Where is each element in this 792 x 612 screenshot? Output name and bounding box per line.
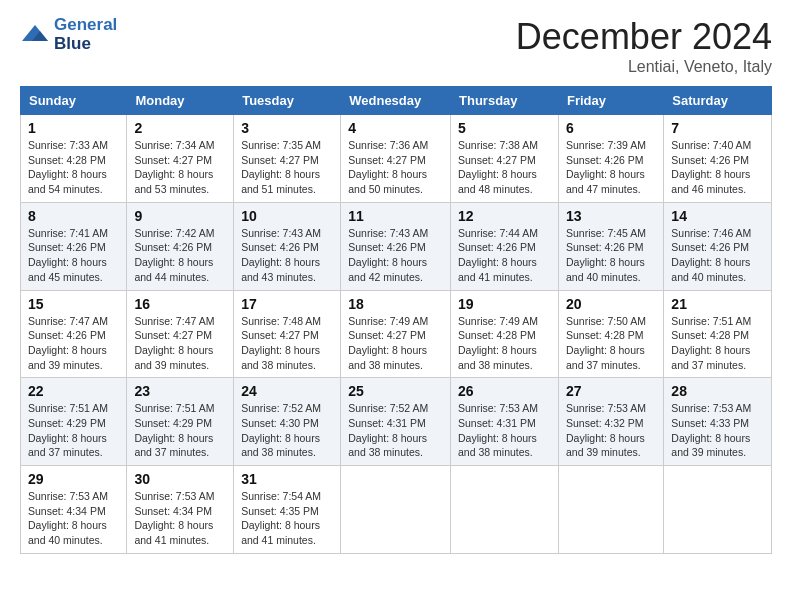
day-info: Sunrise: 7:47 AMSunset: 4:26 PMDaylight:…	[28, 314, 119, 373]
column-header-thursday: Thursday	[451, 87, 559, 115]
day-info: Sunrise: 7:53 AMSunset: 4:32 PMDaylight:…	[566, 401, 656, 460]
title-area: December 2024 Lentiai, Veneto, Italy	[516, 16, 772, 76]
day-number: 31	[241, 471, 333, 487]
calendar-cell: 14Sunrise: 7:46 AMSunset: 4:26 PMDayligh…	[664, 202, 772, 290]
day-info: Sunrise: 7:42 AMSunset: 4:26 PMDaylight:…	[134, 226, 226, 285]
calendar-cell: 31Sunrise: 7:54 AMSunset: 4:35 PMDayligh…	[234, 466, 341, 554]
calendar-cell: 23Sunrise: 7:51 AMSunset: 4:29 PMDayligh…	[127, 378, 234, 466]
day-number: 26	[458, 383, 551, 399]
day-number: 23	[134, 383, 226, 399]
calendar-cell	[451, 466, 559, 554]
day-number: 22	[28, 383, 119, 399]
day-info: Sunrise: 7:38 AMSunset: 4:27 PMDaylight:…	[458, 138, 551, 197]
day-info: Sunrise: 7:46 AMSunset: 4:26 PMDaylight:…	[671, 226, 764, 285]
day-number: 13	[566, 208, 656, 224]
day-number: 8	[28, 208, 119, 224]
calendar-cell: 20Sunrise: 7:50 AMSunset: 4:28 PMDayligh…	[558, 290, 663, 378]
calendar-cell: 16Sunrise: 7:47 AMSunset: 4:27 PMDayligh…	[127, 290, 234, 378]
day-info: Sunrise: 7:52 AMSunset: 4:30 PMDaylight:…	[241, 401, 333, 460]
calendar-cell: 9Sunrise: 7:42 AMSunset: 4:26 PMDaylight…	[127, 202, 234, 290]
day-number: 12	[458, 208, 551, 224]
month-title: December 2024	[516, 16, 772, 58]
day-info: Sunrise: 7:34 AMSunset: 4:27 PMDaylight:…	[134, 138, 226, 197]
day-info: Sunrise: 7:35 AMSunset: 4:27 PMDaylight:…	[241, 138, 333, 197]
day-info: Sunrise: 7:45 AMSunset: 4:26 PMDaylight:…	[566, 226, 656, 285]
calendar-week-row: 8Sunrise: 7:41 AMSunset: 4:26 PMDaylight…	[21, 202, 772, 290]
day-number: 15	[28, 296, 119, 312]
calendar-cell: 30Sunrise: 7:53 AMSunset: 4:34 PMDayligh…	[127, 466, 234, 554]
column-header-monday: Monday	[127, 87, 234, 115]
day-info: Sunrise: 7:53 AMSunset: 4:31 PMDaylight:…	[458, 401, 551, 460]
day-info: Sunrise: 7:33 AMSunset: 4:28 PMDaylight:…	[28, 138, 119, 197]
calendar-cell: 7Sunrise: 7:40 AMSunset: 4:26 PMDaylight…	[664, 115, 772, 203]
day-number: 24	[241, 383, 333, 399]
logo: General Blue	[20, 16, 117, 53]
day-info: Sunrise: 7:51 AMSunset: 4:29 PMDaylight:…	[134, 401, 226, 460]
calendar-cell: 4Sunrise: 7:36 AMSunset: 4:27 PMDaylight…	[341, 115, 451, 203]
day-number: 25	[348, 383, 443, 399]
calendar-cell: 22Sunrise: 7:51 AMSunset: 4:29 PMDayligh…	[21, 378, 127, 466]
day-number: 19	[458, 296, 551, 312]
day-info: Sunrise: 7:48 AMSunset: 4:27 PMDaylight:…	[241, 314, 333, 373]
day-number: 17	[241, 296, 333, 312]
day-info: Sunrise: 7:43 AMSunset: 4:26 PMDaylight:…	[241, 226, 333, 285]
calendar-week-row: 1Sunrise: 7:33 AMSunset: 4:28 PMDaylight…	[21, 115, 772, 203]
day-info: Sunrise: 7:39 AMSunset: 4:26 PMDaylight:…	[566, 138, 656, 197]
calendar-cell: 26Sunrise: 7:53 AMSunset: 4:31 PMDayligh…	[451, 378, 559, 466]
calendar-cell: 15Sunrise: 7:47 AMSunset: 4:26 PMDayligh…	[21, 290, 127, 378]
calendar-cell: 17Sunrise: 7:48 AMSunset: 4:27 PMDayligh…	[234, 290, 341, 378]
calendar-cell: 10Sunrise: 7:43 AMSunset: 4:26 PMDayligh…	[234, 202, 341, 290]
day-number: 27	[566, 383, 656, 399]
day-number: 2	[134, 120, 226, 136]
day-info: Sunrise: 7:36 AMSunset: 4:27 PMDaylight:…	[348, 138, 443, 197]
calendar-cell: 11Sunrise: 7:43 AMSunset: 4:26 PMDayligh…	[341, 202, 451, 290]
day-number: 14	[671, 208, 764, 224]
day-info: Sunrise: 7:43 AMSunset: 4:26 PMDaylight:…	[348, 226, 443, 285]
calendar-cell: 2Sunrise: 7:34 AMSunset: 4:27 PMDaylight…	[127, 115, 234, 203]
day-info: Sunrise: 7:49 AMSunset: 4:27 PMDaylight:…	[348, 314, 443, 373]
day-info: Sunrise: 7:49 AMSunset: 4:28 PMDaylight:…	[458, 314, 551, 373]
calendar-cell: 5Sunrise: 7:38 AMSunset: 4:27 PMDaylight…	[451, 115, 559, 203]
column-header-wednesday: Wednesday	[341, 87, 451, 115]
calendar-cell: 13Sunrise: 7:45 AMSunset: 4:26 PMDayligh…	[558, 202, 663, 290]
column-header-friday: Friday	[558, 87, 663, 115]
day-number: 20	[566, 296, 656, 312]
calendar-week-row: 15Sunrise: 7:47 AMSunset: 4:26 PMDayligh…	[21, 290, 772, 378]
location: Lentiai, Veneto, Italy	[516, 58, 772, 76]
calendar-cell	[558, 466, 663, 554]
calendar-cell: 28Sunrise: 7:53 AMSunset: 4:33 PMDayligh…	[664, 378, 772, 466]
day-number: 4	[348, 120, 443, 136]
page-header: General Blue December 2024 Lentiai, Vene…	[20, 16, 772, 76]
day-number: 29	[28, 471, 119, 487]
calendar-cell	[341, 466, 451, 554]
day-number: 1	[28, 120, 119, 136]
day-number: 9	[134, 208, 226, 224]
calendar-cell: 12Sunrise: 7:44 AMSunset: 4:26 PMDayligh…	[451, 202, 559, 290]
calendar-cell: 3Sunrise: 7:35 AMSunset: 4:27 PMDaylight…	[234, 115, 341, 203]
logo-icon	[20, 23, 50, 47]
calendar-cell: 27Sunrise: 7:53 AMSunset: 4:32 PMDayligh…	[558, 378, 663, 466]
day-number: 18	[348, 296, 443, 312]
day-info: Sunrise: 7:51 AMSunset: 4:28 PMDaylight:…	[671, 314, 764, 373]
calendar-cell: 25Sunrise: 7:52 AMSunset: 4:31 PMDayligh…	[341, 378, 451, 466]
column-header-tuesday: Tuesday	[234, 87, 341, 115]
calendar-cell: 21Sunrise: 7:51 AMSunset: 4:28 PMDayligh…	[664, 290, 772, 378]
calendar-cell: 18Sunrise: 7:49 AMSunset: 4:27 PMDayligh…	[341, 290, 451, 378]
calendar-cell: 6Sunrise: 7:39 AMSunset: 4:26 PMDaylight…	[558, 115, 663, 203]
day-info: Sunrise: 7:44 AMSunset: 4:26 PMDaylight:…	[458, 226, 551, 285]
day-info: Sunrise: 7:40 AMSunset: 4:26 PMDaylight:…	[671, 138, 764, 197]
column-header-saturday: Saturday	[664, 87, 772, 115]
day-info: Sunrise: 7:53 AMSunset: 4:34 PMDaylight:…	[134, 489, 226, 548]
day-info: Sunrise: 7:54 AMSunset: 4:35 PMDaylight:…	[241, 489, 333, 548]
day-info: Sunrise: 7:50 AMSunset: 4:28 PMDaylight:…	[566, 314, 656, 373]
day-info: Sunrise: 7:51 AMSunset: 4:29 PMDaylight:…	[28, 401, 119, 460]
day-number: 30	[134, 471, 226, 487]
calendar-cell	[664, 466, 772, 554]
day-number: 11	[348, 208, 443, 224]
day-number: 7	[671, 120, 764, 136]
day-number: 28	[671, 383, 764, 399]
calendar-week-row: 22Sunrise: 7:51 AMSunset: 4:29 PMDayligh…	[21, 378, 772, 466]
day-info: Sunrise: 7:41 AMSunset: 4:26 PMDaylight:…	[28, 226, 119, 285]
calendar-cell: 1Sunrise: 7:33 AMSunset: 4:28 PMDaylight…	[21, 115, 127, 203]
day-number: 5	[458, 120, 551, 136]
